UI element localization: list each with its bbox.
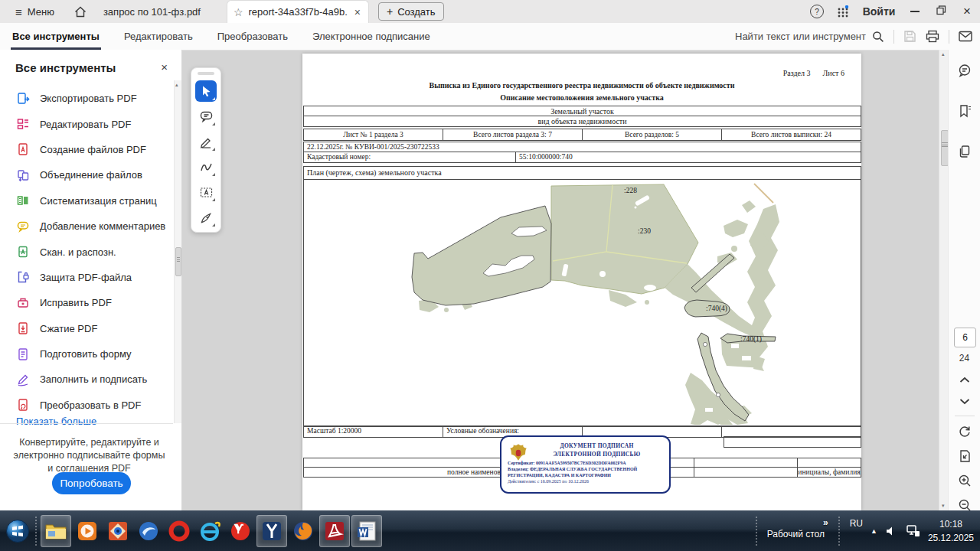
yandex-browser-icon xyxy=(261,520,283,542)
tool-create-pdf[interactable]: Создание файлов PDF xyxy=(0,137,173,162)
cadastral-map: :228 :230 :740(4) :740(1) xyxy=(304,180,859,425)
tool-add-comments[interactable]: Добавление комментариев xyxy=(0,214,173,239)
panel-close-icon[interactable]: × xyxy=(161,60,168,73)
desktop-toolbar[interactable]: » Рабочий стол xyxy=(767,516,828,546)
create-tab-button[interactable]: + Создать xyxy=(378,2,444,21)
volume-icon[interactable] xyxy=(885,525,897,537)
tool-scan-ocr[interactable]: Скан. и распозн. xyxy=(0,239,173,264)
taskbar-yandex-browser[interactable] xyxy=(256,515,287,547)
tab-inactive[interactable]: запрос по 101-фз.pdf xyxy=(97,0,207,23)
menu-edit[interactable]: Редактировать xyxy=(122,23,194,50)
right-tool-rail: 6 24 xyxy=(948,50,980,510)
help-button[interactable]: ? xyxy=(804,0,830,23)
start-orb-icon xyxy=(5,519,30,543)
tool-label: Создание файлов PDF xyxy=(40,144,146,155)
rotate-page-button[interactable] xyxy=(955,422,975,442)
tool-combine-files[interactable]: Объединение файлов xyxy=(0,162,173,187)
scroll-down-icon[interactable]: ▾ xyxy=(942,503,945,509)
tool-export-pdf[interactable]: Экспортировать PDF xyxy=(0,86,173,111)
print-icon[interactable] xyxy=(926,30,939,43)
tool-label: Скан. и распозн. xyxy=(40,246,116,258)
tool-label: Объединение файлов xyxy=(40,169,142,181)
previous-page-button[interactable] xyxy=(955,370,975,390)
parcel-label-740-4: :740(4) xyxy=(706,305,727,313)
comment-tool-button[interactable] xyxy=(195,106,217,127)
home-button[interactable] xyxy=(68,0,93,23)
clock[interactable]: 10:18 25.12.2025 xyxy=(928,517,974,545)
page-thumbnails-button[interactable] xyxy=(955,142,975,161)
sheet-info-cell: Всего разделов: 5 xyxy=(583,129,721,139)
taskbar-yandex[interactable] xyxy=(226,516,255,546)
highlight-tool-button[interactable] xyxy=(195,131,217,152)
tool-organize-pages[interactable]: Систематизация страниц xyxy=(0,188,173,214)
toolbar-drag-handle[interactable] xyxy=(198,72,214,75)
menu-button[interactable]: ≡ Меню xyxy=(9,0,60,23)
next-page-button[interactable] xyxy=(955,391,975,411)
language-indicator[interactable]: RU xyxy=(850,518,863,529)
tool-edit-pdf[interactable]: Редактировать PDF xyxy=(0,111,173,136)
scroll-up-icon[interactable]: ▴ xyxy=(942,51,945,57)
apps-grid-button[interactable] xyxy=(830,0,856,23)
taskbar-word[interactable] xyxy=(351,515,382,547)
fit-page-button[interactable] xyxy=(955,446,975,466)
plan-cell: План (чертеж, схема) земельного участка xyxy=(303,166,861,427)
pdf-page: Раздел 3 Лист 6 Выписка из Единого госуд… xyxy=(302,54,861,510)
show-hidden-icons[interactable]: ▲ xyxy=(871,527,877,535)
start-button[interactable] xyxy=(4,517,31,545)
try-button[interactable]: Попробовать xyxy=(52,472,131,494)
draw-tool-button[interactable] xyxy=(195,156,217,178)
sidebar-scrollbar[interactable]: ▴ xyxy=(174,80,181,423)
menu-convert[interactable]: Преобразовать xyxy=(216,23,289,50)
add-text-tool-button[interactable] xyxy=(195,181,217,203)
create-label: Создать xyxy=(397,6,435,18)
signin-button[interactable]: Войти xyxy=(856,0,902,23)
tool-repair-pdf[interactable]: Исправить PDF xyxy=(0,290,173,315)
tool-convert-to-pdf[interactable]: Преобразовать в PDF xyxy=(0,393,173,418)
tab-active[interactable]: ☆ report-34a33f7b-4a9b... × xyxy=(227,0,369,24)
titlebar: ≡ Меню запрос по 101-фз.pdf ☆ report-34a… xyxy=(0,0,980,24)
taskbar-image-viewer[interactable] xyxy=(103,516,132,546)
menu-esign[interactable]: Электронное подписание xyxy=(311,23,432,50)
menu-all-tools[interactable]: Все инструменты xyxy=(11,23,101,50)
tool-protect-pdf[interactable]: Защита PDF-файла xyxy=(0,265,173,290)
windows-taskbar: » Рабочий стол RU ▲ 10:18 25.12.2025 xyxy=(0,510,980,551)
bookmarks-panel-button[interactable] xyxy=(955,101,975,121)
section-label: Раздел 3 xyxy=(783,69,811,77)
taskbar-acrobat[interactable] xyxy=(319,515,350,547)
scan-ocr-icon xyxy=(16,245,30,259)
tab-active-label: report-34a33f7b-4a9b... xyxy=(249,6,348,18)
scroll-up-icon[interactable]: ▴ xyxy=(175,82,178,88)
select-tool-button[interactable] xyxy=(195,80,217,102)
share-mail-icon[interactable] xyxy=(959,31,972,42)
search-tool-button[interactable]: Найти текст или инструмент xyxy=(735,31,884,43)
taskbar-opera[interactable] xyxy=(165,516,194,546)
zoom-in-button[interactable] xyxy=(955,471,975,491)
tab-close-icon[interactable]: × xyxy=(353,6,362,18)
save-icon[interactable] xyxy=(903,30,916,43)
tray-separator xyxy=(838,517,840,546)
protect-pdf-icon xyxy=(16,270,30,284)
taskbar-explorer[interactable] xyxy=(41,515,71,547)
overflow-chevron[interactable]: » xyxy=(823,517,828,528)
minimize-button[interactable] xyxy=(902,0,928,23)
comments-panel-button[interactable] xyxy=(955,60,975,80)
sheet-label: Лист 6 xyxy=(823,69,844,77)
tool-label: Преобразовать в PDF xyxy=(40,399,141,411)
taskbar-internet-explorer[interactable] xyxy=(195,516,224,546)
taskbar-firefox[interactable] xyxy=(289,516,318,546)
sidebar-scroll-thumb[interactable] xyxy=(175,247,181,276)
tool-prepare-form[interactable]: Подготовить форму xyxy=(0,341,173,367)
tool-compress-pdf[interactable]: Сжатие PDF xyxy=(0,316,173,341)
taskbar-media-player[interactable] xyxy=(73,516,102,546)
edit-pdf-icon xyxy=(16,117,30,131)
restore-button[interactable] xyxy=(928,0,954,23)
tool-fill-sign[interactable]: Заполнить и подписать xyxy=(0,367,173,392)
window-close-button[interactable]: × xyxy=(954,0,980,23)
taskbar-mail-app[interactable] xyxy=(134,516,163,546)
network-icon[interactable] xyxy=(905,524,920,538)
page-number-input[interactable]: 6 xyxy=(954,328,976,347)
toolbar-separator xyxy=(893,30,894,44)
show-more-link[interactable]: Показать больше xyxy=(16,416,96,427)
sign-tool-button[interactable] xyxy=(195,207,217,228)
scale-label: Масштаб 1:20000 xyxy=(307,427,361,435)
